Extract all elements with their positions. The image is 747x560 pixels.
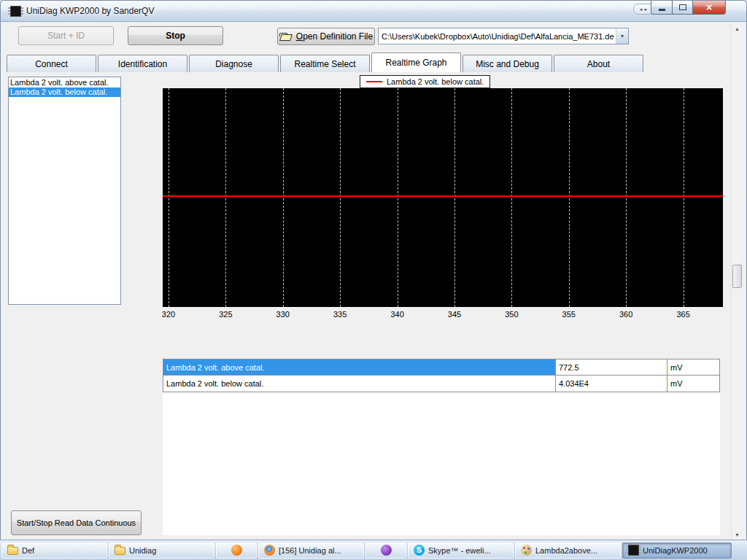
x-tick-label: 350 [497, 310, 526, 319]
scroll-down-icon: ▼ [735, 532, 740, 537]
chevron-down-icon: ▾ [621, 33, 624, 39]
combobox-dropdown-button[interactable]: ▾ [616, 28, 628, 44]
vertical-scrollbar[interactable]: ▲ ▼ [731, 23, 743, 540]
realtime-graph [163, 88, 723, 307]
taskbar-item-label: [156] Unidiag al... [279, 546, 341, 555]
close-icon: × [706, 1, 712, 13]
tab-strip: Connect Identification Diagnose Realtime… [7, 52, 645, 72]
scroll-up-button[interactable]: ▲ [732, 23, 743, 34]
close-button[interactable]: × [692, 1, 726, 15]
cell-signal-unit: mV [667, 376, 719, 392]
start-stop-read-label: Start/Stop Read Data Continuous [17, 518, 136, 527]
graph-legend: Lambda 2 volt. below catal. [360, 75, 490, 88]
taskbar-item-label: Skype™ - eweli... [428, 546, 491, 555]
app-icon [10, 6, 21, 17]
start-id-label: Start + ID [47, 31, 85, 41]
scroll-down-button[interactable]: ▼ [732, 529, 743, 540]
values-panel: Lambda 2 volt. above catal. 772.5 mV Lam… [163, 359, 720, 535]
start-id-button[interactable]: Start + ID [18, 26, 114, 45]
scrollbar-thumb[interactable] [732, 265, 742, 288]
resize-arrows-icon: ◄► [639, 7, 649, 12]
tab-label: Misc and Debug [476, 59, 539, 69]
cell-signal-unit: mV [667, 359, 719, 375]
folder-icon [7, 547, 18, 555]
chip-icon [628, 545, 639, 556]
maximize-icon [679, 4, 686, 10]
tab-label: Diagnose [215, 59, 252, 69]
taskbar-item-skype[interactable]: S Skype™ - eweli... [408, 542, 514, 559]
tab-diagnose[interactable]: Diagnose [189, 55, 279, 72]
purple-app-icon [381, 545, 392, 556]
gridline [340, 88, 341, 307]
x-axis-ticks: 320325330335340345350355360365 [163, 310, 723, 320]
taskbar-item-label: UniDiagKWP2000 [643, 546, 708, 555]
x-tick-label: 340 [383, 310, 412, 319]
tab-realtime-select[interactable]: Realtime Select [280, 55, 370, 72]
tab-realtime-graph[interactable]: Realtime Graph [371, 52, 461, 72]
tab-label: About [587, 59, 610, 69]
definition-file-path: C:\Users\Kubek\Dropbox\Auto\Unidiag\Def\… [379, 32, 616, 41]
open-folder-icon [279, 33, 292, 41]
taskbar-item-firefox[interactable]: [156] Unidiag al... [258, 542, 364, 559]
stop-label: Stop [166, 31, 185, 41]
gridline [283, 88, 284, 307]
legend-line-sample [366, 81, 382, 82]
taskbar-item-def[interactable]: Def [1, 542, 107, 559]
taskbar-item-label: Lambda2above... [535, 546, 597, 555]
tab-about[interactable]: About [554, 55, 643, 72]
folder-icon [115, 547, 125, 555]
skype-icon: S [414, 545, 425, 556]
taskbar-item-label: Unidiag [129, 546, 156, 555]
maximize-button[interactable] [672, 1, 692, 15]
gridline [511, 88, 512, 307]
taskbar: Def Unidiag [156] Unidiag al... S Skype™… [0, 540, 747, 560]
legend-label: Lambda 2 volt. below catal. [387, 77, 484, 86]
taskbar-item-orange-app[interactable] [216, 542, 257, 559]
skype-letter: S [417, 546, 422, 554]
open-definition-file-button[interactable]: Open Definition File [277, 28, 375, 45]
scroll-up-icon: ▲ [735, 26, 740, 31]
cell-signal-value: 772.5 [556, 359, 667, 375]
tab-misc-and-debug[interactable]: Misc and Debug [462, 55, 552, 72]
list-item-lambda-below[interactable]: Lambda 2 volt. below catal. [9, 88, 120, 97]
table-row[interactable]: Lambda 2 volt. above catal. 772.5 mV [163, 359, 720, 376]
definition-file-combobox[interactable]: C:\Users\Kubek\Dropbox\Auto\Unidiag\Def\… [378, 28, 629, 44]
start-stop-read-button[interactable]: Start/Stop Read Data Continuous [11, 510, 142, 535]
x-tick-label: 320 [154, 310, 183, 319]
gridline [684, 88, 684, 307]
table-row[interactable]: Lambda 2 volt. below catal. 4.034E4 mV [163, 376, 720, 392]
signal-listbox: Lambda 2 volt. above catal. Lambda 2 vol… [8, 77, 121, 305]
tab-label: Connect [35, 59, 68, 69]
x-tick-label: 355 [554, 310, 584, 319]
minimize-button[interactable] [651, 1, 672, 15]
minimize-icon [659, 9, 665, 11]
tab-connect[interactable]: Connect [7, 55, 96, 72]
tab-label: Identification [118, 59, 167, 69]
window-title: UniDiag KWP2000 by SanderQV [26, 6, 154, 16]
taskbar-item-lambda2above[interactable]: Lambda2above... [515, 542, 621, 559]
orange-app-icon [231, 545, 242, 556]
taskbar-item-unidiagkwp2000[interactable]: UniDiagKWP2000 [622, 542, 732, 559]
gridline [569, 88, 570, 307]
gridline [454, 88, 455, 307]
gridline [225, 88, 226, 307]
x-tick-label: 365 [669, 310, 698, 319]
firefox-icon [264, 545, 275, 556]
gridline [169, 88, 169, 307]
taskbar-item-unidiag[interactable]: Unidiag [109, 542, 214, 559]
taskbar-item-purple-app[interactable] [365, 542, 406, 559]
list-item-lambda-above[interactable]: Lambda 2 volt. above catal. [9, 78, 120, 88]
open-definition-label: Open Definition File [296, 31, 373, 42]
paint-app-icon [521, 545, 532, 556]
taskbar-item-label: Def [22, 546, 34, 555]
tab-label: Realtime Select [294, 59, 355, 69]
caption-buttons: × [651, 1, 726, 15]
tab-identification[interactable]: Identification [98, 55, 187, 72]
stop-button[interactable]: Stop [128, 26, 223, 45]
x-tick-label: 335 [325, 310, 355, 319]
gridline [398, 88, 398, 307]
app-window: UniDiag KWP2000 by SanderQV ◄► × Start +… [0, 0, 747, 540]
x-tick-label: 325 [211, 310, 240, 319]
cell-signal-value: 4.034E4 [556, 376, 667, 392]
cell-signal-name: Lambda 2 volt. above catal. [163, 359, 556, 375]
